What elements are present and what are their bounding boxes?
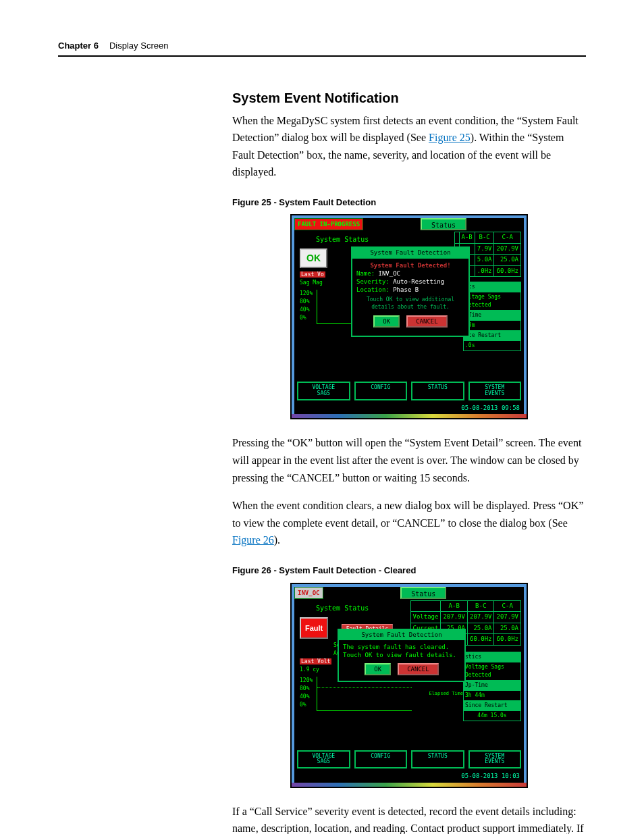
statistics-panel-2: stics Voltage SagsDetected Jp-Time 3h 44… [463,652,521,721]
chapter-label: Chapter 6 [58,39,99,53]
v-bc: 7.9V [475,243,494,255]
sag-mag-label: Sag Mag [300,280,323,286]
a2-ca: 25.0A [494,623,521,634]
stats2-hdr: stics [464,652,520,662]
fault-banner-cleared: INV_OC [294,587,323,599]
fault-status-badge: Fault [300,617,328,640]
para-cleared: When the event condition clears, a new d… [232,497,586,549]
stats-hdr: ics [464,282,520,292]
hz-bc: .0Hz [475,265,494,277]
nav-row: VOLTAGESAGS CONFIG STATUS SYSTEMEVENTS [294,377,524,403]
figure-25-caption: Figure 25 - System Fault Detection [232,196,586,209]
intro-paragraph: When the MegaDySC system first detects a… [232,112,586,181]
name-val: INV_OC [379,270,401,277]
chapter-title: Display Screen [109,39,168,53]
dialog2-cancel-button[interactable]: CANCEL [398,663,439,675]
loc-val: Phase B [393,286,419,293]
hmi-screenshot-fault-cleared: INV_OC Status System Status A-BB-CC-A Vo… [290,583,528,788]
yl2-40: 40% [300,693,313,701]
nav-voltage-sags[interactable]: VOLTAGESAGS [297,382,350,400]
stats2-r1b: Detected [465,672,491,678]
fault-cleared-dialog: System Fault Detection The system fault … [338,629,466,683]
fault-banner: FAULT IN-PROGRESS [294,218,363,230]
stats2-r1: Voltage Sags [465,664,504,670]
nav2-voltage-sags[interactable]: VOLTAGESAGS [297,750,350,769]
sev-lbl: Severity: [356,278,390,285]
yl2-120: 120% [300,677,313,685]
dialog2-title: System Fault Detection [339,630,464,641]
ok-status-badge: OK [300,249,327,268]
col2-bc: B-C [467,600,494,612]
col-bc: B-C [475,232,494,244]
page-header: Chapter 6 Display Screen [58,39,586,57]
v2-ab: 207.9V [441,612,468,623]
gradient-bar [292,414,527,418]
yl-0: 0% [300,314,313,322]
nav2-config[interactable]: CONFIG [354,750,408,769]
figure-25-link[interactable]: Figure 25 [429,132,471,143]
name-lbl: Name: [356,270,375,277]
row-v-lbl: Voltage [410,612,441,623]
section-heading: System Event Notification [232,88,586,108]
loc-lbl: Location: [356,286,390,293]
v-ca: 207.9V [494,243,521,255]
stats2-r2: 3h 44m [464,690,520,700]
yl-40: 40% [300,306,313,314]
stats2-r3: 44m 15.0s [464,710,520,721]
stats2-r3h: Since Restart [464,700,520,710]
yl2-80: 80% [300,685,313,693]
status-tab-2[interactable]: Status [400,587,446,599]
figure-26-caption: Figure 26 - System Fault Detection - Cle… [232,564,586,577]
stats-r3h: nce Restart [464,330,520,340]
elapsed-time-label: Elapsed Time [429,690,463,698]
last-volt-label: Last Volt [300,658,331,664]
dialog-hint: Touch OK to view additional details abou… [356,296,464,311]
statistics-panel: ics oltage SagsDetected -Time 39m nce Re… [463,282,521,351]
dialog-ok-button[interactable]: OK [373,315,400,328]
fault-detected-text: System Fault Detected! [356,261,464,269]
col-ca: C-A [494,232,521,244]
para-ok-cancel: Pressing the “OK” button will open the “… [232,434,586,486]
col2-ab: A-B [441,600,468,612]
stats-r2h: -Time [464,310,520,320]
nav2-system-events[interactable]: SYSTEMEVENTS [468,750,522,769]
dialog-cancel-button[interactable]: CANCEL [406,315,448,328]
hmi-screenshot-fault-in-progress: FAULT IN-PROGRESS Status System Status A… [290,214,528,419]
yl-80: 80% [300,298,313,306]
figure-26-link[interactable]: Figure 26 [232,534,274,546]
cleared-message: The system fault has cleared. Touch OK t… [343,643,460,659]
sev-val: Auto-Resetting [393,278,444,285]
para3b: ). [274,534,280,546]
stats2-r2h: Jp-Time [464,680,520,690]
col-ab: A-B [459,232,475,244]
nav2-status[interactable]: STATUS [411,750,464,769]
fault-detection-dialog: System Fault Detection System Fault Dete… [351,246,470,337]
col2-ca: C-A [494,600,521,612]
v2-bc: 207.9V [467,612,494,623]
hmi2-timestamp: 05-08-2013 10:03 [294,771,524,783]
a-ca: 25.0A [494,255,521,266]
nav-status[interactable]: STATUS [411,382,464,400]
hmi-timestamp: 05-08-2013 09:58 [294,403,524,415]
content-column: System Event Notification When the MegaD… [232,88,586,835]
gradient-bar-2 [292,783,527,787]
para3a: When the event condition clears, a new d… [232,500,583,529]
v2-ca: 207.9V [494,612,521,623]
cycles-label: 1.9 cy [300,667,319,673]
a2-bc: 25.0A [467,623,494,634]
stats-r2: 39m [464,320,520,330]
a-bc: 5.0A [475,255,494,266]
stats-r1: oltage Sags [465,294,501,300]
dialog2-ok-button[interactable]: OK [365,663,391,675]
dialog-title: System Fault Detection [352,248,468,259]
status-tab[interactable]: Status [421,218,466,230]
yl2-0: 0% [300,701,313,709]
nav-config[interactable]: CONFIG [354,382,408,400]
last-vo-label: Last Vo [300,271,325,278]
nav-system-events[interactable]: SYSTEMEVENTS [468,382,522,400]
hz2-ca: 60.0Hz [494,634,521,646]
stats-r3: .0s [464,340,520,350]
hz-ca: 60.0Hz [494,265,521,277]
call-service-paragraph: If a “Call Service” severity event is de… [232,803,586,834]
hz2-bc: 60.0Hz [467,634,494,646]
